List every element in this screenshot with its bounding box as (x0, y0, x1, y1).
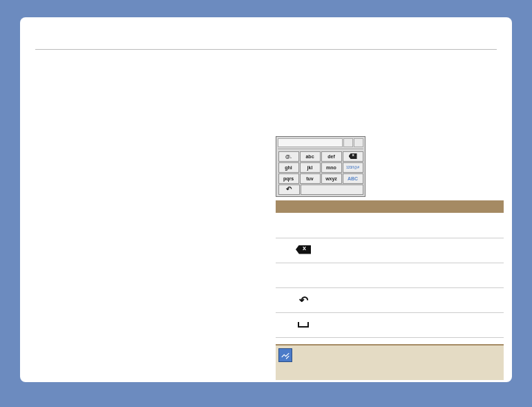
page-title (35, 31, 497, 46)
table-row (276, 238, 504, 263)
space-icon (298, 322, 309, 328)
undo-icon: ↶ (299, 294, 308, 306)
key-pqrs: pqrs (278, 173, 299, 184)
note-icon (278, 348, 292, 362)
row-4-desc (331, 287, 504, 312)
soft-keypad: @. abc def ghi jkl mno 123/!@# pqrs tuv … (276, 136, 365, 197)
key-tuv: tuv (300, 173, 321, 184)
key-def: def (321, 151, 342, 162)
backspace-icon (349, 153, 357, 159)
key-mode-caps: ABC (343, 173, 363, 184)
key-wxyz: wxyz (321, 173, 342, 184)
backspace-icon (296, 245, 311, 254)
undo-icon: ↶ (286, 186, 292, 193)
keypad-input-field (278, 138, 343, 147)
key-backspace (343, 151, 363, 162)
table-row (276, 263, 504, 287)
table-row (276, 213, 504, 238)
col-description (331, 200, 504, 213)
keypad-display-btn-2 (354, 138, 363, 147)
table-row (276, 312, 504, 337)
row-5-icon (276, 312, 331, 337)
row-2-icon (276, 238, 331, 263)
row-3-icon (276, 263, 331, 287)
section-label (35, 54, 497, 64)
key-jkl: jkl (300, 162, 321, 173)
page: @. abc def ghi jkl mno 123/!@# pqrs tuv … (20, 17, 512, 382)
row-1-desc (331, 213, 504, 238)
key-ghi: ghi (278, 162, 299, 173)
key-space (301, 184, 363, 195)
row-3-desc (331, 263, 504, 287)
note-bar (276, 344, 504, 380)
keypad-display-btn-1 (343, 138, 353, 147)
key-mno: mno (321, 162, 342, 173)
row-4-icon: ↶ (276, 287, 331, 312)
col-button (276, 200, 331, 213)
key-at: @. (278, 151, 299, 162)
keypad-grid: @. abc def ghi jkl mno 123/!@# pqrs tuv … (278, 149, 363, 195)
key-mode-numsym: 123/!@# (343, 162, 363, 173)
keypad-display (278, 138, 363, 147)
row-5-desc (331, 312, 504, 337)
button-reference-table: ↶ (276, 200, 504, 338)
row-1-icon (276, 213, 331, 238)
key-abc: abc (300, 151, 321, 162)
table-row: ↶ (276, 287, 504, 312)
key-undo: ↶ (278, 184, 301, 195)
divider (35, 49, 497, 50)
row-2-desc (331, 238, 504, 263)
